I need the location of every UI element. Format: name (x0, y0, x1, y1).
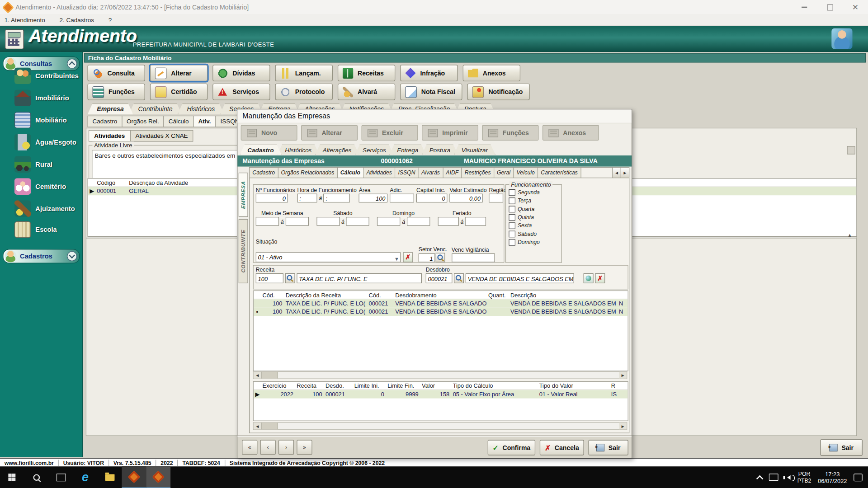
side-tab-empresa[interactable]: EMPRESA (239, 173, 248, 217)
subtab-ativ[interactable]: Ativ. (193, 116, 216, 127)
sidebar-item-contribuintes[interactable]: Contribuintes (14, 67, 79, 84)
tray-expand-icon[interactable] (756, 475, 764, 483)
toolbar-nota-fiscal-button[interactable]: Nota Fiscal (400, 84, 462, 100)
setor-search-button[interactable] (436, 253, 445, 263)
meio-semana-fim-input[interactable] (285, 217, 308, 226)
inner-tab-cadastro[interactable]: Cadastro (250, 168, 278, 178)
record-prev-button[interactable]: ‹ (260, 440, 276, 455)
menu-cadastros[interactable]: 2. Cadastros (59, 17, 94, 23)
toolbar-funcoes-button[interactable]: Funções (87, 84, 145, 100)
action-center-icon[interactable] (854, 474, 863, 481)
toolbar-anexos-button[interactable]: Anexos (463, 65, 520, 81)
check-segunda[interactable]: Segunda (509, 188, 540, 196)
clock[interactable]: 17:23 06/07/2022 (818, 470, 847, 483)
receita-code-input[interactable]: 100 (256, 273, 283, 283)
sidebar-item-cemiterio[interactable]: Cemitério (14, 178, 66, 195)
taskbar-app1-button[interactable] (122, 466, 146, 488)
record-last-button[interactable]: » (297, 440, 312, 455)
scroll-thumb[interactable] (261, 423, 278, 430)
tab-atividades[interactable]: Atividades (89, 130, 131, 142)
menu-help[interactable]: ? (108, 17, 112, 23)
record-first-button[interactable]: « (242, 440, 257, 455)
toolbar-infracao-button[interactable]: Infração (400, 65, 458, 81)
valor-estimado-input[interactable]: 0,00 (450, 194, 483, 203)
toolbar-notificacao-button[interactable]: Notificação (467, 84, 530, 100)
regiao-input[interactable] (489, 194, 504, 203)
check-quinta[interactable]: Quinta (509, 213, 540, 221)
taskbar-explorer-button[interactable] (98, 466, 122, 488)
check-domingo[interactable]: Domingo (509, 238, 540, 246)
hora-fim-input[interactable]: : (324, 194, 350, 203)
inner-tab-geral[interactable]: Geral (494, 168, 514, 178)
setor-venc-input[interactable]: 1 (419, 253, 435, 263)
hora-inicio-input[interactable]: : (297, 194, 317, 203)
sidebar-item-rural[interactable]: Rural (14, 156, 52, 173)
remove-receita-button[interactable] (595, 273, 605, 283)
dialog-sair-button[interactable]: Sair (589, 440, 628, 455)
toolbar-lancam-button[interactable]: Lançam. (275, 65, 333, 81)
dialog-tab-entrega[interactable]: Entrega (389, 145, 426, 155)
toolbar-certidao-button[interactable]: Certidão (150, 84, 208, 100)
meio-semana-inicio-input[interactable] (256, 217, 279, 226)
main-sair-button[interactable]: Sair (821, 439, 863, 456)
dialog-tab-servicos[interactable]: Serviços (355, 145, 394, 155)
capital-input[interactable]: 0 (416, 194, 448, 203)
desdobro-code-input[interactable]: 000021 (426, 273, 453, 283)
confirma-button[interactable]: ✓Confirma (488, 440, 535, 455)
toolbar-alterar-button[interactable]: Alterar (150, 65, 208, 81)
domingo-fim-input[interactable] (407, 217, 430, 226)
toolbar-receitas-button[interactable]: Receitas (338, 65, 395, 81)
toolbar-dividas-button[interactable]: Dívidas (212, 65, 270, 81)
tab-scroll-left-button[interactable]: ◄ (612, 168, 620, 178)
check-terca[interactable]: Terça (509, 197, 540, 205)
scroll-right-icon[interactable]: ► (619, 372, 627, 379)
dialog-titlebar[interactable]: Manutenção das Empresas (237, 109, 632, 123)
taskbar-search-button[interactable] (24, 466, 49, 488)
receita-row[interactable]: 100 TAXA DE LIC. P/ FUNC. E LO( 000021 V… (254, 299, 628, 307)
dialog-novo-button[interactable]: Novo (241, 125, 297, 141)
tab-historicos[interactable]: Históricos (178, 103, 224, 114)
dialog-tab-cadastro[interactable]: Cadastro (240, 145, 282, 155)
tab-contribuinte[interactable]: Contribuinte (129, 103, 182, 114)
side-tab-contribuinte[interactable]: CONTRIBUINTE (239, 219, 248, 283)
check-sabado[interactable]: Sábado (509, 230, 540, 238)
display-icon[interactable] (769, 474, 778, 481)
subtab-calculo[interactable]: Cálculo (164, 116, 194, 127)
add-receita-button[interactable] (584, 273, 594, 283)
record-next-button[interactable]: › (278, 440, 294, 455)
receita-search-button[interactable] (285, 273, 295, 283)
feriado-fim-input[interactable] (465, 217, 486, 226)
maximize-button[interactable] (817, 0, 842, 14)
tab-scroll-right-button[interactable]: ► (621, 168, 629, 178)
feriado-inicio-input[interactable] (438, 217, 459, 226)
situacao-select[interactable]: 01 - Ativo▼ (256, 252, 401, 262)
toolbar-consulta-button[interactable]: Consulta (87, 65, 145, 81)
language-indicator[interactable]: POR PTB2 (797, 470, 811, 483)
sidebar-item-agua-esgoto[interactable]: Água/Esgoto (14, 134, 76, 150)
expand-cadastros-button[interactable] (67, 251, 77, 261)
dialog-funcoes-button[interactable]: Funções (482, 125, 539, 141)
tab-empresa[interactable]: Empresa (87, 103, 133, 114)
tab-atividades-x-cnae[interactable]: Atividades X CNAE (130, 130, 193, 142)
venc-vigilancia-input[interactable] (452, 253, 495, 263)
receitas-hscrollbar[interactable]: ◄► (253, 371, 627, 379)
inner-tab-atividades[interactable]: Atividades (363, 168, 395, 178)
inner-tab-calculo[interactable]: Cálculo (338, 168, 364, 178)
inner-tab-alvaras[interactable]: Alvarás (419, 168, 443, 178)
scroll-thumb[interactable] (261, 372, 278, 379)
sidebar-item-imobiliario[interactable]: Imobiliário (14, 89, 69, 106)
dialog-imprimir-button[interactable]: Imprimir (422, 125, 478, 141)
desdobro-search-button[interactable] (454, 273, 464, 283)
sabado-fim-input[interactable] (346, 217, 369, 226)
inner-tab-orgaos-relacionados[interactable]: Orgãos Relacionados (278, 168, 337, 178)
inner-tab-issqn[interactable]: ISSQN (395, 168, 419, 178)
speaker-icon[interactable] (785, 475, 791, 479)
dialog-tab-visualizar[interactable]: Visualizar (454, 145, 495, 155)
check-quarta[interactable]: Quarta (509, 205, 540, 213)
calculo-table[interactable]: Exercício Receita Desdo. Limite Ini. Lim… (253, 381, 628, 421)
taskbar-ie-button[interactable]: e (73, 466, 98, 488)
area-input[interactable]: 100 (359, 194, 388, 203)
adic-input[interactable] (390, 194, 414, 203)
scroll-left-icon[interactable]: ◄ (254, 372, 261, 379)
check-sexta[interactable]: Sexta (509, 221, 540, 230)
